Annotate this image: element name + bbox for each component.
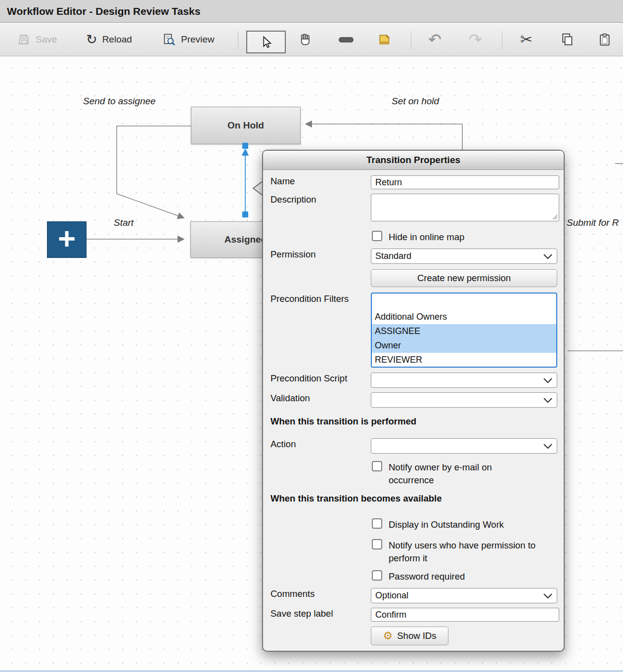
- preview-icon: [162, 33, 176, 46]
- save-step-input[interactable]: [371, 608, 559, 622]
- precondition-script-select[interactable]: [371, 373, 557, 388]
- precondition-filters-listbox[interactable]: Additional OwnersASSIGNEEOwnerREVIEWER: [371, 293, 557, 368]
- filter-option[interactable]: REVIEWER: [372, 353, 556, 367]
- notify-owner-row: Notify owner by e-mail on occurrence: [372, 461, 545, 486]
- scissors-icon: ✂: [520, 32, 533, 47]
- transition-label-send-to-assignee[interactable]: Send to assignee: [83, 96, 156, 107]
- validation-label: Validation: [270, 393, 310, 404]
- hide-in-map-label: Hide in online map: [389, 231, 464, 244]
- reload-label: Reload: [102, 34, 132, 45]
- hide-in-map-checkbox[interactable]: [372, 231, 382, 241]
- filter-option[interactable]: Owner: [372, 338, 556, 353]
- pan-tool-button[interactable]: [298, 23, 312, 56]
- password-required-label: Password required: [389, 570, 465, 583]
- notify-owner-checkbox[interactable]: [372, 461, 382, 471]
- action-select[interactable]: [371, 438, 557, 454]
- comments-value: Optional: [375, 590, 408, 601]
- preview-label: Preview: [181, 34, 215, 45]
- name-input[interactable]: [371, 175, 559, 189]
- chevron-down-icon: [543, 443, 553, 449]
- toolbar-separator: [411, 31, 411, 49]
- permission-value: Standard: [375, 251, 411, 261]
- dialog-title: Transition Properties: [366, 155, 460, 166]
- reload-icon: ↻: [86, 33, 97, 46]
- cut-button[interactable]: ✂: [520, 23, 533, 56]
- save-step-label: Save step label: [270, 608, 333, 619]
- create-permission-label: Create new permission: [417, 273, 511, 284]
- window-bottom-edge: [0, 671, 623, 672]
- resize-handle[interactable]: [552, 214, 558, 220]
- start-node[interactable]: +: [47, 221, 87, 258]
- note-icon: [377, 32, 392, 47]
- node-on-hold[interactable]: On Hold: [191, 107, 301, 144]
- pill-icon: [337, 34, 355, 45]
- name-label: Name: [270, 176, 295, 187]
- pointer-icon: [259, 35, 273, 49]
- save-button[interactable]: Save: [18, 23, 57, 56]
- note-tool-button[interactable]: [377, 23, 392, 56]
- reload-button[interactable]: ↻ Reload: [86, 23, 132, 56]
- precondition-filters-label: Precondition Filters: [270, 294, 349, 304]
- toolbar-separator: [502, 31, 502, 49]
- preview-button[interactable]: Preview: [162, 23, 215, 56]
- description-label: Description: [270, 194, 316, 205]
- action-label: Action: [270, 439, 296, 450]
- dialog-titlebar[interactable]: Transition Properties: [263, 151, 564, 170]
- chevron-down-icon: [543, 397, 553, 403]
- copy-button[interactable]: [560, 23, 575, 56]
- password-required-row: Password required: [372, 570, 465, 583]
- toolbar: Save ↻ Reload Preview ↶ ↷: [0, 23, 623, 56]
- paste-button[interactable]: [597, 23, 612, 56]
- chevron-down-icon: [543, 253, 553, 259]
- comments-select[interactable]: Optional: [371, 588, 557, 603]
- transition-label-submit-for[interactable]: Submit for R: [567, 217, 619, 228]
- display-outstanding-checkbox[interactable]: [372, 518, 382, 529]
- performed-heading: When this transition is performed: [270, 416, 416, 427]
- transition-label-start[interactable]: Start: [114, 217, 134, 228]
- notify-owner-label: Notify owner by e-mail on occurrence: [389, 461, 537, 486]
- redo-icon: ↷: [469, 32, 482, 47]
- precondition-script-label: Precondition Script: [270, 373, 347, 384]
- permission-label: Permission: [270, 249, 316, 260]
- transition-label-set-on-hold[interactable]: Set on hold: [392, 96, 439, 107]
- undo-button[interactable]: ↶: [428, 23, 442, 56]
- node-assignee-label: Assignee: [224, 234, 266, 245]
- display-outstanding-row: Display in Outstanding Work: [372, 518, 504, 531]
- window-title: Workflow Editor - Design Review Tasks: [7, 5, 200, 17]
- save-label: Save: [36, 34, 57, 45]
- toolbar-separator: [238, 31, 238, 49]
- gear-icon: ⚙: [383, 630, 393, 641]
- hand-icon: [298, 32, 312, 47]
- show-ids-label: Show IDs: [397, 630, 436, 641]
- node-on-hold-label: On Hold: [227, 120, 264, 131]
- window-titlebar: Workflow Editor - Design Review Tasks: [0, 0, 623, 23]
- description-input[interactable]: [371, 194, 559, 221]
- connector-tool-button[interactable]: [337, 23, 355, 56]
- undo-icon: ↶: [428, 32, 442, 47]
- chevron-down-icon: [543, 593, 553, 599]
- pointer-tool-selected[interactable]: [246, 31, 286, 53]
- copy-icon: [560, 32, 575, 47]
- comments-label: Comments: [270, 588, 314, 599]
- transition-properties-dialog: Transition Properties Name Description H…: [262, 150, 565, 652]
- notify-users-row: Notify users who have permission to perf…: [372, 539, 550, 564]
- save-icon: [18, 33, 31, 46]
- workflow-editor-window: { "window": { "title": "Workflow Editor …: [0, 0, 623, 672]
- filter-option[interactable]: ASSIGNEE: [372, 324, 556, 338]
- filter-option[interactable]: Additional Owners: [372, 310, 556, 324]
- permission-select[interactable]: Standard: [371, 249, 557, 264]
- password-required-checkbox[interactable]: [372, 570, 382, 581]
- notify-users-checkbox[interactable]: [372, 539, 382, 549]
- show-ids-button[interactable]: ⚙ Show IDs: [371, 627, 448, 645]
- hide-in-map-row: Hide in online map: [372, 231, 464, 244]
- display-outstanding-label: Display in Outstanding Work: [389, 518, 504, 531]
- validation-select[interactable]: [371, 392, 557, 408]
- paste-icon: [597, 32, 612, 47]
- filter-option[interactable]: [372, 295, 556, 310]
- notify-users-label: Notify users who have permission to perf…: [389, 539, 547, 564]
- redo-button[interactable]: ↷: [469, 23, 482, 56]
- available-heading: When this transition becomes available: [270, 493, 442, 504]
- chevron-down-icon: [543, 378, 553, 383]
- create-permission-button[interactable]: Create new permission: [371, 269, 557, 287]
